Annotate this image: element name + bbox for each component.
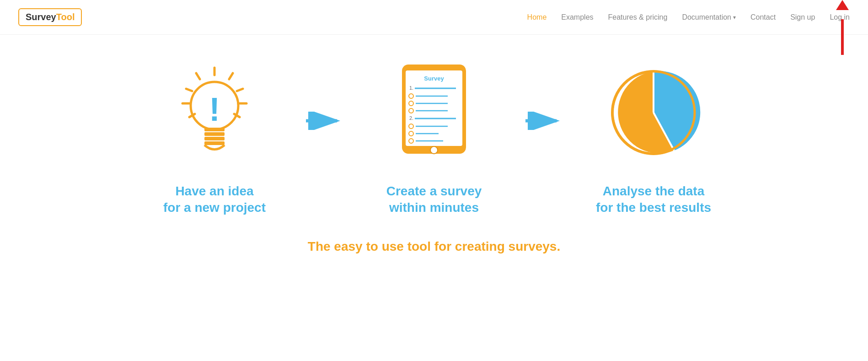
- nav-documentation[interactable]: Documentation ▾: [682, 13, 736, 22]
- step-survey: Survey 1. 2.: [347, 53, 521, 216]
- logo-suffix: Tool: [56, 12, 75, 22]
- tagline: The easy to use tool for creating survey…: [308, 239, 560, 254]
- analyse-icon: [605, 53, 702, 172]
- step-idea: ! Have an idea for a new project: [128, 53, 301, 216]
- svg-text:Survey: Survey: [424, 75, 444, 82]
- svg-text:2.: 2.: [409, 115, 413, 121]
- idea-icon: !: [169, 53, 260, 172]
- main-content: ! Have an idea for a new project: [0, 35, 868, 268]
- svg-text:1.: 1.: [409, 85, 413, 91]
- arrow-2: [525, 112, 562, 157]
- svg-line-2: [237, 89, 243, 91]
- svg-rect-13: [204, 141, 225, 145]
- header: SurveyTool Home Examples Features & pric…: [0, 0, 868, 35]
- docs-caret: ▾: [733, 14, 736, 21]
- svg-point-19: [430, 146, 438, 154]
- main-nav: Home Examples Features & pricing Documen…: [527, 13, 850, 22]
- nav-features-pricing[interactable]: Features & pricing: [608, 13, 668, 22]
- survey-label: Create a survey within minutes: [386, 183, 482, 216]
- svg-line-5: [196, 73, 200, 79]
- nav-signup[interactable]: Sign up: [790, 13, 815, 22]
- svg-rect-11: [204, 132, 225, 136]
- steps-row: ! Have an idea for a new project: [114, 53, 754, 216]
- idea-label: Have an idea for a new project: [163, 183, 266, 216]
- nav-examples[interactable]: Examples: [561, 13, 593, 22]
- analyse-label: Analyse the data for the best results: [596, 183, 711, 216]
- arrow-head: [836, 0, 849, 10]
- logo[interactable]: SurveyTool: [18, 8, 82, 26]
- arrow-1: [306, 112, 343, 157]
- svg-rect-10: [204, 128, 225, 131]
- svg-line-6: [186, 89, 192, 91]
- svg-rect-12: [204, 137, 225, 140]
- svg-line-1: [229, 73, 233, 79]
- nav-home[interactable]: Home: [527, 13, 547, 22]
- scroll-up-arrow[interactable]: [836, 0, 849, 55]
- svg-text:!: !: [209, 91, 220, 128]
- nav-contact[interactable]: Contact: [750, 13, 776, 22]
- step-analyse: Analyse the data for the best results: [567, 53, 740, 216]
- survey-icon: Survey 1. 2.: [397, 53, 471, 172]
- arrow-shaft: [841, 19, 844, 55]
